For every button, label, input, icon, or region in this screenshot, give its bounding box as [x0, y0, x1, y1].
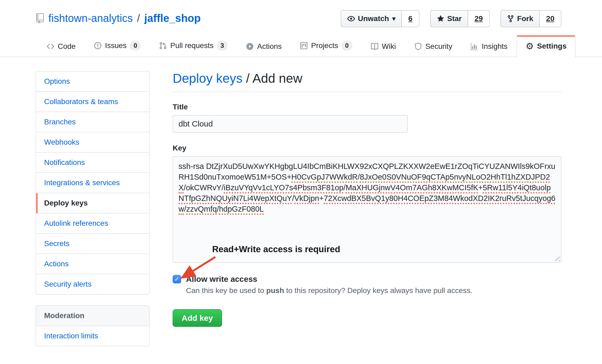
book-icon [371, 42, 379, 50]
eye-icon [347, 15, 355, 23]
tab-label: Security [425, 42, 452, 51]
watch-group: Unwatch ▾ 6 [341, 10, 419, 27]
tab-label: Wiki [382, 42, 396, 51]
red-arrow-icon [175, 255, 220, 282]
tab-label: Issues [105, 41, 127, 50]
repo-name-link[interactable]: jaffle_shop [144, 12, 201, 24]
repo-owner-link[interactable]: fishtown-analytics [48, 12, 133, 24]
fork-button[interactable]: Fork [500, 10, 540, 27]
issue-opened-icon [94, 42, 102, 50]
add-key-button[interactable]: Add key [173, 309, 222, 327]
tab-code[interactable]: Code [37, 36, 85, 57]
title-group: Title [173, 103, 561, 133]
settings-content: Options Collaborators & teams Branches W… [0, 57, 602, 346]
sidebar-item-security-alerts[interactable]: Security alerts [36, 274, 149, 294]
sidebar-item-collaborators[interactable]: Collaborators & teams [36, 92, 149, 112]
star-icon [437, 15, 445, 23]
deploy-key-form: Deploy keys / Add new Title Key ssh-rsa … [173, 71, 561, 327]
sidebar-item-integrations[interactable]: Integrations & services [36, 173, 149, 193]
page-title-rest: / Add new [242, 71, 302, 85]
watchers-count[interactable]: 6 [402, 10, 420, 27]
tab-security[interactable]: Security [405, 36, 461, 57]
sidebar-item-branches[interactable]: Branches [36, 112, 149, 132]
forks-count[interactable]: 20 [540, 10, 561, 27]
sidebar-item-autolink[interactable]: Autolink references [36, 213, 149, 234]
title-input[interactable] [173, 115, 408, 133]
repo-tabnav: Code Issues 0 Pull requests 3 Actions Pr… [0, 34, 602, 57]
settings-menu: Options Collaborators & teams Branches W… [36, 71, 150, 295]
sidebar-item-notifications[interactable]: Notifications [36, 153, 149, 173]
key-area: ssh-rsa DtZjrXuD5UwXwYKHgbgLU4IbCmBiKHLW… [173, 156, 561, 295]
play-icon [246, 42, 254, 50]
deploy-keys-link[interactable]: Deploy keys [173, 71, 242, 85]
pull-requests-count-badge: 3 [217, 41, 228, 51]
page-title: Deploy keys / Add new [173, 71, 561, 92]
tab-pull-requests[interactable]: Pull requests 3 [150, 34, 237, 57]
sidebar-item-secrets[interactable]: Secrets [36, 234, 149, 254]
sidebar-item-options[interactable]: Options [36, 72, 149, 92]
fork-group: Fork 20 [500, 10, 561, 27]
settings-sidebar: Options Collaborators & teams Branches W… [36, 71, 150, 346]
pull-request-icon [159, 42, 167, 50]
tab-label: Projects [311, 41, 338, 50]
tab-insights[interactable]: Insights [461, 36, 517, 57]
tab-actions[interactable]: Actions [237, 36, 291, 57]
fork-label: Fork [517, 14, 533, 23]
repo-icon [36, 13, 45, 23]
page-header: fishtown-analytics / jaffle_shop Unwatch… [0, 0, 602, 27]
graph-icon [471, 42, 479, 50]
tab-label: Code [58, 42, 76, 51]
tab-projects[interactable]: Projects 0 [291, 34, 362, 57]
moderation-menu: Moderation Interaction limits [36, 305, 150, 346]
tab-issues[interactable]: Issues 0 [85, 34, 150, 57]
allow-write-row: ✓ Allow write access [173, 275, 561, 284]
tab-label: Actions [257, 42, 282, 51]
caret-down-icon: ▾ [392, 15, 395, 22]
repo-social-actions: Unwatch ▾ 6 Star 29 [341, 10, 561, 27]
sidebar-item-deploy-keys[interactable]: Deploy keys [36, 193, 149, 213]
read-write-annotation: Read+Write access is required [212, 244, 340, 254]
shield-icon [414, 42, 422, 50]
key-group: Key ssh-rsa DtZjrXuD5UwXwYKHgbgLU4IbCmBi… [173, 144, 561, 327]
sidebar-item-webhooks[interactable]: Webhooks [36, 132, 149, 153]
fork-icon [507, 15, 514, 23]
sidebar-item-actions[interactable]: Actions [36, 254, 149, 274]
code-icon [46, 42, 55, 50]
tab-wiki[interactable]: Wiki [362, 36, 405, 57]
star-group: Star 29 [430, 10, 490, 27]
tab-label: Insights [482, 42, 508, 51]
tab-label: Pull requests [170, 41, 213, 50]
star-button[interactable]: Star [430, 10, 468, 27]
breadcrumb-separator: / [137, 12, 141, 24]
repo-breadcrumb: fishtown-analytics / jaffle_shop [36, 12, 201, 24]
tab-settings[interactable]: ⚙ Settings [516, 35, 576, 57]
sidebar-item-interaction-limits[interactable]: Interaction limits [36, 326, 149, 346]
gear-icon: ⚙ [526, 42, 534, 51]
tab-label: Settings [537, 42, 566, 50]
project-icon [300, 42, 308, 50]
star-label: Star [447, 14, 462, 23]
allow-write-help: Can this key be used to push to this rep… [186, 286, 561, 295]
stars-count[interactable]: 29 [468, 10, 490, 27]
title-label: Title [173, 103, 561, 111]
deploy-key-text: ssh-rsa DtZjrXuD5UwXwYKHgbgLU4IbCmBiKHLW… [178, 162, 556, 213]
unwatch-label: Unwatch [358, 14, 389, 23]
projects-count-badge: 0 [341, 41, 352, 51]
moderation-header: Moderation [36, 306, 149, 326]
key-label: Key [173, 144, 561, 152]
unwatch-button[interactable]: Unwatch ▾ [341, 10, 402, 27]
issues-count-badge: 0 [130, 41, 141, 51]
